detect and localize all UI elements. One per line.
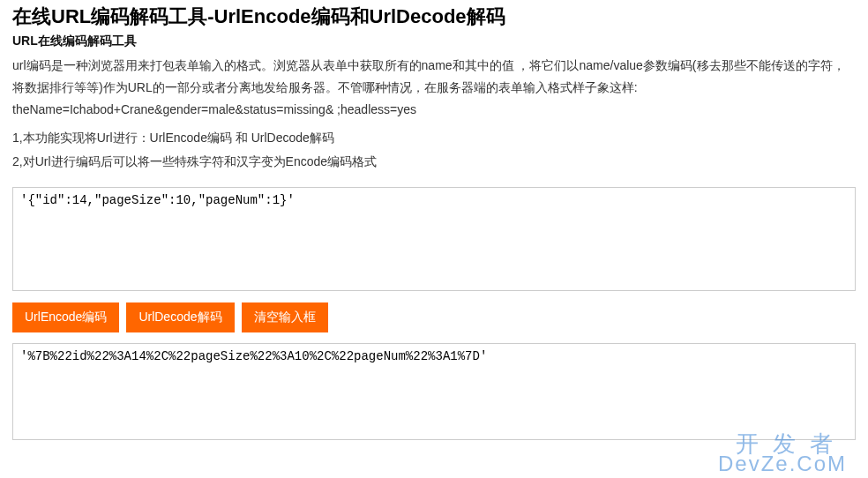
note-line-2: 2,对Url进行编码后可以将一些特殊字符和汉字变为Encode编码格式	[12, 151, 856, 173]
note-line-1: 1,本功能实现将Url进行：UrlEncode编码 和 UrlDecode解码	[12, 127, 856, 149]
clear-button[interactable]: 清空输入框	[242, 302, 328, 332]
input-textarea[interactable]: '{"id":14,"pageSize":10,"pageNum":1}'	[12, 187, 856, 291]
decode-button[interactable]: UrlDecode解码	[126, 302, 234, 332]
output-textarea[interactable]: '%7B%22id%22%3A14%2C%22pageSize%22%3A10%…	[12, 343, 856, 440]
encode-button[interactable]: UrlEncode编码	[12, 302, 119, 332]
description-text: url编码是一种浏览器用来打包表单输入的格式。浏览器从表单中获取所有的name和…	[12, 55, 856, 122]
button-row: UrlEncode编码 UrlDecode解码 清空输入框	[12, 302, 856, 332]
watermark-en: DevZe.CoM	[718, 454, 847, 474]
page-subtitle: URL在线编码解码工具	[12, 34, 856, 49]
page-title: 在线URL编码解码工具-UrlEncode编码和UrlDecode解码	[12, 4, 856, 30]
